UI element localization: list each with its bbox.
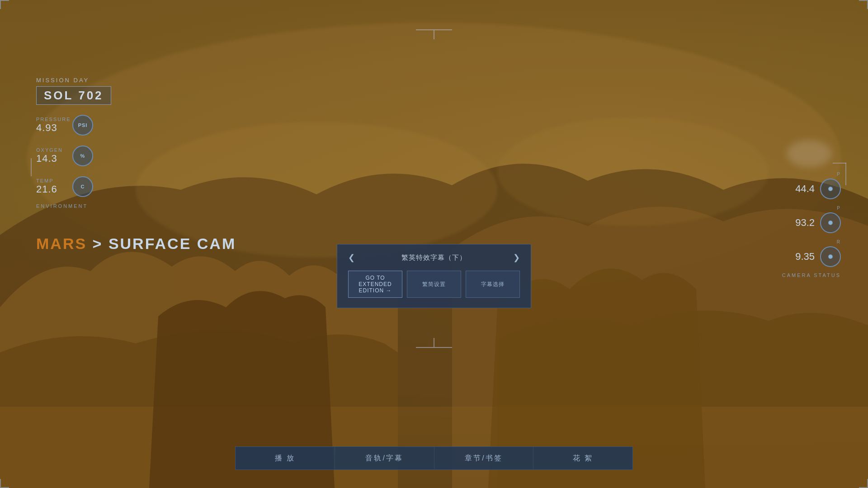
right-p2-label: P: [782, 206, 841, 211]
pressure-label: PRESSURE: [36, 117, 72, 122]
nav-item-extras[interactable]: 花 絮: [533, 447, 632, 469]
pressure-label-block: PRESSURE 4.93: [36, 117, 72, 134]
right-p1-circle[interactable]: [820, 178, 841, 199]
top-right-ambient: [787, 140, 832, 167]
oxygen-label-block: OXYGEN 14.3: [36, 147, 72, 164]
pressure-circle[interactable]: PSI: [72, 115, 93, 136]
right-p2-circle[interactable]: [820, 212, 841, 233]
right-p2-row: 93.2: [782, 212, 841, 233]
temp-circle[interactable]: C: [72, 176, 93, 197]
right-p1-row: 44.4: [782, 178, 841, 199]
pressure-sensor-row: PRESSURE 4.93 PSI: [36, 115, 111, 136]
right-r-row: 9.35: [782, 246, 841, 267]
crosshair-bottom-horizontal: [416, 347, 452, 348]
right-horiz-line-top: [833, 163, 846, 164]
temp-value: 21.6: [36, 183, 57, 195]
dialog-buttons: GO TOEXTENDED EDITION → 繁简设置 字幕选择: [348, 271, 520, 298]
corner-bracket-tl: [0, 0, 9, 9]
sol-value: SOL 702: [36, 86, 111, 105]
breadcrumb-mars: MARS: [36, 235, 87, 252]
right-r-circle[interactable]: [820, 246, 841, 267]
hud-overlay: MISSION DAY SOL 702 PRESSURE 4.93 PSI OX…: [0, 0, 868, 488]
corner-bracket-tr: [859, 0, 868, 9]
oxygen-circle[interactable]: %: [72, 145, 93, 166]
oxygen-value: 14.3: [36, 153, 57, 164]
mission-day-label: MISSION DAY: [36, 77, 111, 84]
go-to-extended-btn[interactable]: GO TOEXTENDED EDITION →: [348, 271, 402, 298]
right-r-dot: [828, 254, 833, 259]
dialog-next-arrow[interactable]: ❯: [513, 253, 520, 263]
nav-item-chapters-bookmarks[interactable]: 章节/书签: [434, 447, 534, 469]
crosshair-bottom: [416, 338, 452, 348]
breadcrumb-separator: >: [93, 235, 108, 252]
dialog-title: 繁英特效字幕（下）: [355, 253, 513, 262]
bottom-nav: 播 放 音轨/字幕 章节/书签 花 絮: [235, 446, 633, 470]
temp-label-block: TEMP 21.6: [36, 178, 72, 195]
right-p2-dot: [828, 221, 833, 225]
environment-label: ENVIRONMENT: [36, 203, 111, 209]
right-r-label: R: [782, 239, 841, 244]
nav-item-play[interactable]: 播 放: [236, 447, 335, 469]
crosshair-top-vertical: [434, 30, 434, 39]
right-p1-dot: [828, 187, 833, 191]
breadcrumb-location: SURFACE CAM: [108, 235, 236, 252]
camera-status-label: CAMERA STATUS: [782, 272, 841, 278]
left-panel: MISSION DAY SOL 702 PRESSURE 4.93 PSI OX…: [36, 77, 111, 209]
oxygen-sensor-row: OXYGEN 14.3 %: [36, 145, 111, 166]
subtitle-settings-btn[interactable]: 繁简设置: [407, 271, 461, 298]
right-panel: P 44.4 P 93.2 R 9.35 CAMERA STATUS: [782, 172, 841, 278]
nav-item-audio-subtitle[interactable]: 音轨/字幕: [335, 447, 434, 469]
dialog-prev-arrow[interactable]: ❮: [348, 253, 355, 263]
right-p1-value: 44.4: [788, 183, 815, 195]
subtitle-dialog: ❮ 繁英特效字幕（下） ❯ GO TOEXTENDED EDITION → 繁简…: [337, 244, 531, 308]
pressure-value: 4.93: [36, 122, 57, 133]
corner-bracket-br: [859, 479, 868, 488]
crosshair-top: [416, 29, 452, 39]
corner-bracket-bl: [0, 479, 9, 488]
right-vert-line-top: [845, 163, 846, 185]
right-r-value: 9.35: [788, 251, 815, 263]
left-vert-line: [31, 158, 32, 176]
subtitle-select-btn[interactable]: 字幕选择: [466, 271, 520, 298]
dialog-title-row: ❮ 繁英特效字幕（下） ❯: [348, 253, 520, 263]
temp-label: TEMP: [36, 178, 72, 183]
right-p1-label: P: [782, 172, 841, 177]
crosshair-bottom-vertical: [434, 338, 434, 347]
temp-sensor-row: TEMP 21.6 C: [36, 176, 111, 197]
right-p2-value: 93.2: [788, 217, 815, 229]
oxygen-label: OXYGEN: [36, 147, 72, 153]
breadcrumb: MARS > SURFACE CAM: [36, 235, 236, 253]
